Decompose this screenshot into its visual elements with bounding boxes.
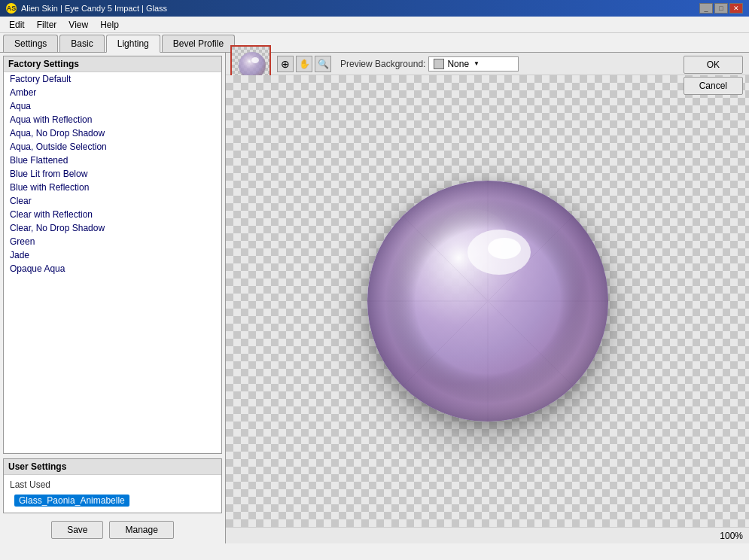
menu-edit[interactable]: Edit [3, 18, 31, 32]
list-item[interactable]: Clear, No Drop Shadow [4, 221, 221, 235]
app-icon: AS [6, 3, 17, 14]
list-item[interactable]: Blue Lit from Below [4, 167, 221, 181]
list-item[interactable]: Amber [4, 86, 221, 99]
preview-bg-select[interactable]: None ▼ [428, 56, 519, 72]
tab-lighting[interactable]: Lighting [106, 35, 160, 53]
save-button[interactable]: Save [51, 521, 103, 539]
list-item[interactable]: Green [4, 235, 221, 248]
list-item[interactable]: Opaque Aqua [4, 262, 221, 275]
factory-settings-section: Factory Settings Factory Default Amber A… [3, 56, 222, 454]
tab-basic[interactable]: Basic [59, 35, 104, 52]
ok-cancel-area: OK Cancel [684, 56, 743, 95]
svg-point-6 [251, 57, 259, 63]
cancel-button[interactable]: Cancel [684, 77, 743, 95]
list-item[interactable]: Factory Default [4, 72, 221, 86]
svg-point-18 [488, 238, 521, 259]
bottom-buttons: Save Manage [0, 516, 225, 543]
list-item[interactable]: Clear [4, 194, 221, 208]
status-bar: 100% [226, 527, 749, 543]
factory-settings-list: Factory Default Amber Aqua Aqua with Ref… [4, 72, 221, 275]
preview-bg-label: Preview Background: [340, 59, 425, 69]
list-item[interactable]: Blue with Reflection [4, 181, 221, 194]
move-tool-button[interactable]: ✋ [296, 56, 312, 72]
preview-canvas[interactable] [226, 75, 749, 527]
main-area: Factory Settings Factory Default Amber A… [0, 53, 749, 543]
factory-settings-list-container[interactable]: Factory Default Amber Aqua Aqua with Ref… [4, 72, 221, 453]
user-settings-list: Last Used Glass_Paonia_Animabelle [4, 475, 221, 513]
minimize-button[interactable]: _ [699, 3, 713, 14]
bg-color-swatch [434, 59, 444, 69]
dropdown-arrow-icon: ▼ [473, 60, 480, 67]
ok-button[interactable]: OK [684, 56, 743, 74]
title-text: Alien Skin | Eye Candy 5 Impact | Glass [21, 4, 167, 13]
left-panel: Factory Settings Factory Default Amber A… [0, 53, 226, 543]
list-item[interactable]: Aqua with Reflection [4, 113, 221, 126]
glass-ball-preview [367, 181, 608, 422]
manage-button[interactable]: Manage [109, 521, 173, 539]
menu-filter[interactable]: Filter [31, 18, 63, 32]
factory-settings-header: Factory Settings [4, 56, 221, 72]
menu-bar: Edit Filter View Help [0, 17, 749, 33]
menu-view[interactable]: View [62, 18, 94, 32]
list-item[interactable]: Aqua [4, 99, 221, 113]
last-used-label: Last Used [4, 478, 221, 492]
preview-toolbar: ⊕ ✋ 🔍 Preview Background: None ▼ [226, 53, 749, 75]
user-settings-selected-item[interactable]: Glass_Paonia_Animabelle [4, 492, 221, 510]
tabs-row: Settings Basic Lighting Bevel Profile [0, 33, 749, 53]
bg-option-text: None [447, 59, 469, 69]
window-controls: _ □ ✕ [699, 3, 743, 14]
title-bar: AS Alien Skin | Eye Candy 5 Impact | Gla… [0, 0, 749, 17]
maximize-button[interactable]: □ [714, 3, 728, 14]
list-item[interactable]: Aqua, Outside Selection [4, 140, 221, 154]
list-item[interactable]: Aqua, No Drop Shadow [4, 126, 221, 140]
zoom-tool-button[interactable]: 🔍 [315, 56, 331, 72]
tab-settings[interactable]: Settings [3, 35, 58, 52]
user-settings-header: User Settings [4, 459, 221, 475]
list-item[interactable]: Clear with Reflection [4, 208, 221, 221]
list-item[interactable]: Jade [4, 248, 221, 262]
right-panel: OK Cancel [226, 53, 749, 543]
close-button[interactable]: ✕ [729, 3, 743, 14]
selected-preset-label[interactable]: Glass_Paonia_Animabelle [14, 495, 129, 507]
zoom-level: 100% [720, 531, 743, 541]
tab-bevel-profile[interactable]: Bevel Profile [162, 35, 235, 52]
hand-tool-button[interactable]: ⊕ [277, 56, 294, 72]
menu-help[interactable]: Help [94, 18, 125, 32]
list-item[interactable]: Blue Flattened [4, 154, 221, 167]
user-settings-section: User Settings Last Used Glass_Paonia_Ani… [3, 458, 222, 513]
